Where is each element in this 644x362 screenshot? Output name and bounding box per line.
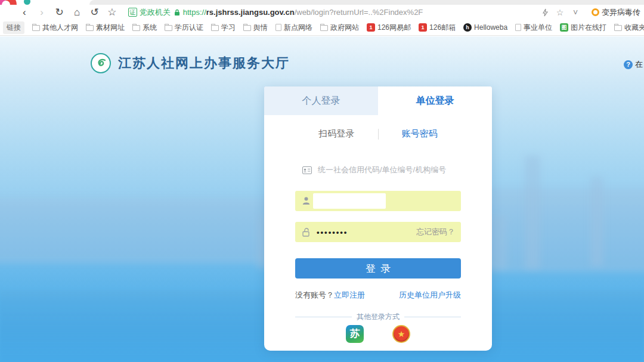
site-favicon-icon: 图	[560, 23, 568, 32]
city-tower	[590, 177, 603, 266]
history-user-upgrade-link[interactable]: 历史单位用户升级	[399, 290, 461, 301]
city-tower	[525, 156, 540, 269]
bookmark-label: 学习	[221, 23, 236, 33]
login-card: 个人登录 单位登录 扫码登录 账号密码 统	[264, 86, 492, 351]
tab-unit-login[interactable]: 单位登录	[378, 86, 492, 115]
bookmark-label: 链接	[3, 21, 24, 34]
folder-icon	[132, 25, 140, 31]
bookmark-label: Helloweba	[474, 23, 507, 32]
folder-icon	[165, 25, 172, 31]
bookmark-label: 事业单位	[524, 23, 552, 33]
tab-strip	[0, 0, 644, 5]
forward-icon[interactable]: ›	[33, 6, 50, 19]
username-input[interactable]	[295, 191, 461, 211]
credit-code-placeholder: 统一社会信用代码/单位编号/机构编号	[318, 165, 446, 175]
login-button[interactable]: 登录	[295, 258, 461, 279]
bookmark-item[interactable]: 新点网络	[275, 23, 312, 33]
bookmark-label: 素材网址	[96, 23, 125, 33]
bookmark-item[interactable]: 1126网易邮	[367, 23, 411, 33]
id-card-icon	[302, 166, 312, 174]
divider-line	[295, 317, 352, 317]
back-icon[interactable]: ‹	[16, 6, 33, 19]
page-title: 江苏人社网上办事服务大厅	[118, 54, 290, 72]
tab-strip-background	[89, 0, 644, 5]
question-icon: ?	[624, 60, 633, 69]
login-form: 扫码登录 账号密码 统一社会信用代码/单位编号/机构编号	[264, 115, 492, 351]
bookmark-label: 收藏夹栏	[624, 23, 644, 33]
redacted-username-value	[313, 193, 386, 209]
login-subtabs: 扫码登录 账号密码	[295, 128, 461, 140]
bookmark-label: 126网易邮	[377, 23, 411, 33]
bookmark-label: 其他人才网	[42, 23, 78, 33]
url-host: rs.jshrss.jiangsu.gov.cn	[206, 8, 295, 17]
browser-window: ‹ › ↻ ⌂ ↺ ☆ 证 党政机关 https://rs.jshrss.jia…	[0, 0, 644, 362]
other-login-divider: 其他登录方式	[295, 312, 461, 322]
folder-icon	[243, 25, 251, 31]
online-help-link[interactable]: ? 在	[624, 59, 643, 70]
lock-icon	[302, 228, 311, 237]
bookmarks-bar: 链接其他人才网素材网址系统学历认证学习舆情新点网络政府网站1126网易邮1126…	[0, 20, 644, 36]
bookmark-item[interactable]: 学历认证	[165, 23, 203, 33]
city-skyline	[0, 197, 298, 263]
register-link[interactable]: 立即注册	[334, 290, 365, 301]
subtab-account-password[interactable]: 账号密码	[379, 128, 462, 140]
page-icon	[515, 24, 521, 31]
webpage-viewport: 江苏人社网上办事服务大厅 ? 在 个人登录 单位登录 扫码登录 账号密码	[0, 36, 644, 362]
password-input[interactable]: •••••••• 忘记密码？	[295, 222, 461, 242]
bookmark-item[interactable]: 1126邮箱	[419, 23, 456, 33]
jiangsu-su-app-icon[interactable]: 苏	[346, 325, 364, 343]
bookmark-star-icon[interactable]: ☆	[103, 6, 120, 19]
bookmark-label: 图片在线打	[571, 23, 606, 33]
ticker-text: 变异病毒传	[602, 7, 640, 18]
bookmark-label: 政府网站	[330, 23, 359, 33]
site-favicon-icon: h	[463, 23, 472, 32]
divider-line	[404, 317, 461, 317]
bookmark-label: 126邮箱	[429, 23, 456, 33]
undo-icon[interactable]: ↺	[86, 6, 103, 19]
bookmark-item[interactable]: 链接	[3, 21, 24, 34]
other-login-methods: 苏 ★	[264, 325, 492, 343]
home-icon[interactable]: ⌂	[68, 6, 85, 19]
bookmark-item[interactable]: 素材网址	[86, 23, 125, 33]
browser-toolbar: ‹ › ↻ ⌂ ↺ ☆ 证 党政机关 https://rs.jshrss.jia…	[0, 5, 644, 20]
login-tabs: 个人登录 单位登录	[264, 86, 492, 115]
bookmark-item[interactable]: 图图片在线打	[560, 23, 606, 33]
tab-personal-login[interactable]: 个人登录	[264, 86, 378, 115]
bookmark-label: 新点网络	[284, 23, 312, 33]
url-scheme: https://	[183, 8, 206, 17]
ticker-ring-icon	[592, 8, 599, 16]
user-icon	[302, 197, 310, 205]
folder-icon	[211, 25, 219, 31]
favorite-star-icon[interactable]: ☆	[552, 6, 568, 19]
url-path: /web/login?returnUrl=..%2Findex%2F	[295, 8, 423, 17]
bookmark-item[interactable]: 事业单位	[515, 23, 552, 33]
bookmark-item[interactable]: 舆情	[243, 23, 268, 33]
bookmark-label: 系统	[143, 23, 157, 33]
bookmark-item[interactable]: 系统	[132, 23, 157, 33]
folder-icon	[614, 25, 622, 31]
bookmark-item[interactable]: hHelloweba	[463, 23, 507, 32]
credit-code-input[interactable]: 统一社会信用代码/单位编号/机构编号	[295, 160, 461, 180]
flash-icon[interactable]	[538, 8, 552, 17]
subtab-scan-login[interactable]: 扫码登录	[295, 128, 378, 140]
bookmark-item[interactable]: 学习	[211, 23, 236, 33]
page-icon	[275, 24, 281, 31]
site-favicon-icon: 1	[419, 23, 427, 32]
refresh-icon[interactable]: ↻	[51, 6, 68, 19]
dropdown-chevron-icon[interactable]: ˅	[568, 6, 583, 19]
jiangsu-hrss-logo-icon	[91, 53, 111, 73]
folder-icon	[320, 25, 328, 31]
site-category-label: 党政机关	[140, 7, 171, 18]
ssl-lock-icon	[174, 9, 180, 16]
forgot-password-link[interactable]: 忘记密码？	[416, 227, 455, 237]
other-login-label: 其他登录方式	[357, 312, 400, 322]
no-account-text: 没有账号？	[295, 290, 334, 301]
bookmark-item[interactable]: 政府网站	[320, 23, 359, 33]
address-bar[interactable]: 证 党政机关 https://rs.jshrss.jiangsu.gov.cn/…	[128, 7, 538, 18]
news-ticker[interactable]: 变异病毒传	[592, 7, 644, 18]
bookmark-item[interactable]: 收藏夹栏	[614, 23, 644, 33]
bookmark-item[interactable]: 其他人才网	[32, 23, 78, 33]
national-emblem-icon[interactable]: ★	[392, 325, 410, 343]
city-skyline	[489, 188, 644, 272]
site-favicon-icon: 1	[367, 23, 375, 32]
